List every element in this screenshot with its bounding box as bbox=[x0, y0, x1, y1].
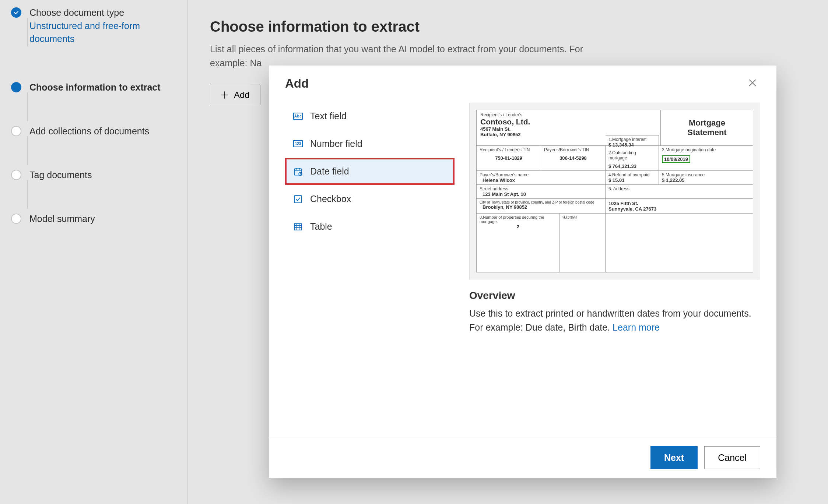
close-icon bbox=[748, 78, 757, 88]
learn-more-link[interactable]: Learn more bbox=[613, 322, 660, 332]
field-type-number[interactable]: 123 Number field bbox=[285, 130, 455, 157]
form-value: Sunnyvale, CA 27673 bbox=[608, 206, 750, 212]
field-type-checkbox[interactable]: Checkbox bbox=[285, 186, 455, 212]
app-root: Choose document type Unstructured and fr… bbox=[0, 0, 828, 504]
current-step-icon bbox=[11, 82, 21, 92]
form-label: Street address bbox=[480, 186, 602, 191]
form-value: 306-14-5298 bbox=[544, 152, 602, 161]
form-label: 8.Number of properties securing the mort… bbox=[480, 215, 556, 224]
form-value: $ 1,222.05 bbox=[662, 177, 750, 183]
form-label: 5.Mortgage insurance bbox=[662, 172, 750, 177]
empty-circle-icon bbox=[11, 214, 21, 224]
step-connector bbox=[27, 18, 28, 46]
step-connector bbox=[27, 136, 28, 165]
form-value: $ 13,345.34 bbox=[608, 142, 656, 148]
overview-paragraph: Use this to extract printed or handwritt… bbox=[469, 308, 751, 332]
modal-header: Add bbox=[269, 66, 776, 95]
form-value: 1025 Fifth St. bbox=[608, 201, 750, 206]
checkbox-icon bbox=[293, 194, 303, 204]
overview-heading: Overview bbox=[469, 290, 760, 302]
modal-body: Abc Text field 123 Number field bbox=[269, 95, 776, 437]
step-connector bbox=[27, 180, 28, 209]
field-type-label: Text field bbox=[310, 111, 347, 121]
empty-circle-icon bbox=[11, 170, 21, 180]
field-type-list: Abc Text field 123 Number field bbox=[285, 103, 455, 437]
form-value: Helena Wilcox bbox=[480, 177, 602, 183]
form-label: 4.Refund of overpaid bbox=[608, 172, 656, 177]
highlighted-date: 10/08/2019 bbox=[662, 155, 690, 163]
form-label: Recipient's / Lender's bbox=[480, 112, 657, 117]
sample-form: Recipient's / Lender's Contoso, Ltd. 456… bbox=[476, 110, 753, 272]
field-type-label: Date field bbox=[310, 166, 349, 177]
form-value: 2 bbox=[480, 224, 556, 229]
form-label: Recipient's / Lender's TIN bbox=[480, 147, 538, 152]
empty-circle-icon bbox=[11, 126, 21, 136]
form-label: Payer's/Borrower's TIN bbox=[544, 147, 602, 152]
field-type-text[interactable]: Abc Text field bbox=[285, 103, 455, 130]
doc-title-2: Statement bbox=[687, 128, 726, 137]
preview-pane: Recipient's / Lender's Contoso, Ltd. 456… bbox=[469, 103, 760, 437]
form-label: City or Town, state or province, country… bbox=[480, 200, 602, 204]
form-value: $ 15.01 bbox=[608, 177, 656, 183]
form-value: Brooklyn, NY 90852 bbox=[480, 204, 602, 210]
form-value: $ 764,321.33 bbox=[608, 161, 656, 169]
modal-footer: Next Cancel bbox=[269, 437, 776, 478]
number-field-icon: 123 bbox=[293, 139, 303, 149]
field-type-label: Checkbox bbox=[310, 194, 351, 204]
add-field-modal: Add Abc Text field 123 Number field bbox=[269, 66, 776, 478]
form-label: 9.Other bbox=[562, 215, 602, 220]
cancel-button[interactable]: Cancel bbox=[704, 446, 760, 469]
svg-rect-6 bbox=[294, 223, 302, 230]
form-value: 123 Main St Apt. 10 bbox=[480, 191, 602, 197]
form-label: 6. Address bbox=[608, 186, 750, 191]
check-circle-icon bbox=[11, 7, 21, 18]
step-connector bbox=[27, 92, 28, 121]
form-label: 1.Mortgage interest bbox=[608, 137, 656, 142]
close-button[interactable] bbox=[745, 75, 760, 92]
calendar-icon bbox=[293, 167, 303, 176]
modal-title: Add bbox=[285, 77, 309, 91]
doc-title-1: Mortgage bbox=[687, 118, 726, 128]
text-field-icon: Abc bbox=[293, 112, 303, 121]
field-type-label: Number field bbox=[310, 138, 362, 149]
form-company: Contoso, Ltd. bbox=[480, 117, 657, 126]
field-type-table[interactable]: Table bbox=[285, 213, 455, 240]
table-icon bbox=[293, 222, 303, 232]
form-label: 3.Mortgage origination date bbox=[662, 147, 750, 152]
form-value: 750-01-1829 bbox=[480, 152, 538, 161]
form-addr1: 4567 Main St. bbox=[480, 126, 657, 132]
form-label: Payer's/Borrower's name bbox=[480, 172, 602, 177]
field-type-date[interactable]: Date field bbox=[285, 158, 455, 185]
document-preview: Recipient's / Lender's Contoso, Ltd. 456… bbox=[469, 103, 760, 279]
svg-rect-5 bbox=[294, 195, 302, 203]
field-type-label: Table bbox=[310, 221, 332, 232]
form-label: 2.Outstanding mortgage bbox=[608, 150, 656, 161]
next-button[interactable]: Next bbox=[650, 446, 698, 469]
overview-text: Use this to extract printed or handwritt… bbox=[469, 307, 760, 334]
